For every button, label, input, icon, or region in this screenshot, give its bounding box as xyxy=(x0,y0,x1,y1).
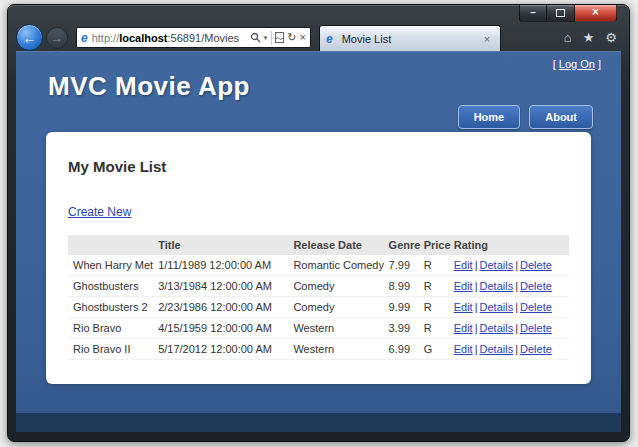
column-header-blank xyxy=(68,235,153,255)
url-text[interactable]: http://localhost:56891/Movies xyxy=(92,32,247,44)
price-cell: 3.99 xyxy=(384,318,419,339)
tab-title: Movie List xyxy=(342,33,480,45)
details-link[interactable]: Details xyxy=(480,322,514,334)
column-header-rating: Rating xyxy=(449,235,569,255)
page-footer-band xyxy=(16,413,621,432)
delete-link[interactable]: Delete xyxy=(520,343,552,355)
table-row: Ghostbusters 3/13/1984 12:00:00 AM Comed… xyxy=(68,276,569,297)
tab-favicon: e xyxy=(326,33,333,45)
logon-bracket-close: ] xyxy=(598,58,601,70)
table-row: Rio Bravo II 5/17/2012 12:00:00 AM Weste… xyxy=(68,339,569,360)
details-link[interactable]: Details xyxy=(480,301,514,313)
rating-cell: R xyxy=(419,255,449,276)
page-viewport: [ Log On ] MVC Movie App Home About My M… xyxy=(16,51,621,432)
nav-home-button[interactable]: Home xyxy=(458,105,521,129)
actions-cell: Edit|Details|Delete xyxy=(449,339,569,360)
create-new-link[interactable]: Create New xyxy=(68,205,131,219)
maximize-button[interactable] xyxy=(547,5,575,22)
delete-link[interactable]: Delete xyxy=(520,301,552,313)
delete-link[interactable]: Delete xyxy=(520,280,552,292)
column-header-title: Title xyxy=(153,235,288,255)
minimize-button[interactable]: – xyxy=(519,5,547,22)
actions-cell: Edit|Details|Delete xyxy=(449,318,569,339)
edit-link[interactable]: Edit xyxy=(454,322,473,334)
page-title: My Movie List xyxy=(68,158,569,175)
release-date-cell: 4/15/1959 12:00:00 AM xyxy=(153,318,288,339)
actions-cell: Edit|Details|Delete xyxy=(449,276,569,297)
close-button[interactable]: × xyxy=(575,5,617,22)
address-bar[interactable]: e http://localhost:56891/Movies ▾ ↻ × xyxy=(76,27,311,48)
address-bar-icons: ▾ ↻ × xyxy=(247,31,306,45)
forward-button[interactable]: → xyxy=(46,27,68,49)
browser-toolbar: ← → e http://localhost:56891/Movies ▾ ↻ … xyxy=(16,24,621,51)
details-link[interactable]: Details xyxy=(480,259,514,271)
genre-cell: Romantic Comedy xyxy=(288,255,383,276)
action-separator: | xyxy=(515,301,518,313)
logon-link[interactable]: Log On xyxy=(559,58,595,70)
table-row: When Harry Met Sally 1/11/1989 12:00:00 … xyxy=(68,255,569,276)
movie-title-cell: Rio Bravo II xyxy=(68,339,153,360)
action-separator: | xyxy=(475,280,478,292)
edit-link[interactable]: Edit xyxy=(454,301,473,313)
rating-cell: R xyxy=(419,276,449,297)
details-link[interactable]: Details xyxy=(480,343,514,355)
home-icon[interactable]: ⌂ xyxy=(564,31,572,44)
table-header-row: Title Release Date Genre Price Rating xyxy=(68,235,569,255)
tab-close-icon[interactable]: × xyxy=(480,33,494,45)
actions-cell: Edit|Details|Delete xyxy=(449,255,569,276)
price-cell: 9.99 xyxy=(384,297,419,318)
url-scheme: http:// xyxy=(92,32,120,44)
logon-bracket-open: [ xyxy=(553,58,556,70)
action-separator: | xyxy=(475,259,478,271)
compatibility-view-icon[interactable] xyxy=(275,32,284,43)
search-icon[interactable] xyxy=(250,32,261,43)
refresh-icon[interactable]: ↻ xyxy=(287,32,296,43)
back-button[interactable]: ← xyxy=(16,24,43,51)
column-header-genre: Genre xyxy=(384,235,419,255)
release-date-cell: 3/13/1984 12:00:00 AM xyxy=(153,276,288,297)
genre-cell: Comedy xyxy=(288,276,383,297)
search-dropdown-icon[interactable]: ▾ xyxy=(264,34,268,42)
table-row: Ghostbusters 2 2/23/1986 12:00:00 AM Com… xyxy=(68,297,569,318)
genre-cell: Western xyxy=(288,339,383,360)
action-separator: | xyxy=(515,322,518,334)
browser-window: – × ← → e http://localhost:56891/Movies … xyxy=(7,4,630,442)
stop-icon[interactable]: × xyxy=(300,32,306,43)
details-link[interactable]: Details xyxy=(480,280,514,292)
release-date-cell: 5/17/2012 12:00:00 AM xyxy=(153,339,288,360)
url-host: localhost xyxy=(119,32,167,44)
nav-about-button[interactable]: About xyxy=(529,105,593,129)
release-date-cell: 1/11/1989 12:00:00 AM xyxy=(153,255,288,276)
column-header-price: Price xyxy=(419,235,449,255)
favorites-star-icon[interactable]: ★ xyxy=(583,31,595,44)
movie-title-cell: When Harry Met Sally xyxy=(68,255,153,276)
settings-gear-icon[interactable]: ⚙ xyxy=(605,31,617,44)
action-separator: | xyxy=(475,322,478,334)
price-cell: 7.99 xyxy=(384,255,419,276)
rating-cell: G xyxy=(419,339,449,360)
edit-link[interactable]: Edit xyxy=(454,343,473,355)
delete-link[interactable]: Delete xyxy=(520,259,552,271)
action-separator: | xyxy=(515,259,518,271)
maximize-icon xyxy=(556,9,565,17)
action-separator: | xyxy=(475,301,478,313)
browser-tab-movie-list[interactable]: e Movie List × xyxy=(319,25,501,51)
edit-link[interactable]: Edit xyxy=(454,259,473,271)
price-cell: 8.99 xyxy=(384,276,419,297)
main-nav: Home About xyxy=(449,105,593,129)
logon-area: [ Log On ] xyxy=(553,58,601,70)
content-box: My Movie List Create New Title Release D… xyxy=(46,132,591,384)
address-divider xyxy=(271,31,272,45)
action-separator: | xyxy=(515,343,518,355)
column-header-release-date: Release Date xyxy=(288,235,383,255)
edit-link[interactable]: Edit xyxy=(454,280,473,292)
action-separator: | xyxy=(515,280,518,292)
movie-table: Title Release Date Genre Price Rating Wh… xyxy=(68,235,569,360)
genre-cell: Comedy xyxy=(288,297,383,318)
actions-cell: Edit|Details|Delete xyxy=(449,297,569,318)
movie-title-cell: Ghostbusters 2 xyxy=(68,297,153,318)
action-separator: | xyxy=(475,343,478,355)
genre-cell: Western xyxy=(288,318,383,339)
delete-link[interactable]: Delete xyxy=(520,322,552,334)
movie-title-cell: Ghostbusters xyxy=(68,276,153,297)
